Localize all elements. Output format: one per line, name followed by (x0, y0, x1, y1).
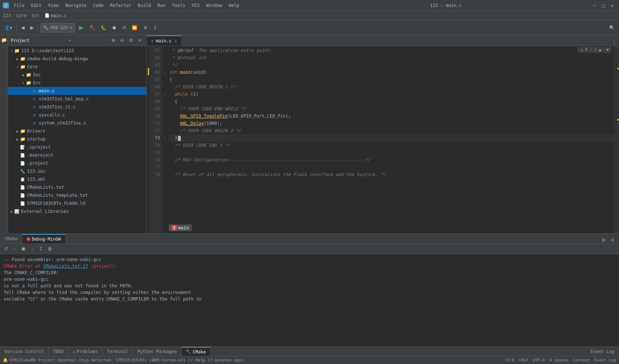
tree-item-extlibs[interactable]: ▶ 📊 External Libraries (8, 207, 146, 215)
output-up-btn[interactable]: ↑ (11, 245, 18, 253)
bottombar-tab-cmake[interactable]: 🔨 CMake (182, 347, 210, 356)
profile-button[interactable]: 👤▾ (2, 23, 14, 33)
minimize-button[interactable]: ─ (591, 3, 598, 8)
back-button[interactable]: ◀ (19, 23, 27, 33)
restart-button[interactable]: ↺ (120, 23, 128, 33)
fold-73[interactable]: ▾ (162, 134, 167, 142)
toolbar-btn-7[interactable]: ↧ (151, 23, 159, 33)
tree-item-project[interactable]: 📄 .project (8, 159, 146, 167)
output-down-btn[interactable]: ↓ (28, 245, 36, 253)
menu-vcs[interactable]: VCS (189, 2, 203, 9)
tree-item-inc[interactable]: ▶ 📁 Inc (8, 71, 146, 79)
tab-close-btn[interactable]: ✕ (175, 39, 177, 43)
toolbar-btn-5[interactable]: ⏩ (130, 23, 140, 33)
ta-d: ▶ (15, 129, 20, 133)
tree-item-cmake-build[interactable]: ▶ 📁 cmake-build-debug-mingw (8, 55, 146, 63)
editor-content[interactable]: 6162636465 6667686970 7172737475 767778 … (147, 46, 619, 233)
panel-collapse-btn[interactable]: ⊖ (119, 37, 126, 44)
menu-build[interactable]: Build (135, 2, 154, 9)
tree-item-system[interactable]: c system_stm32f1xx.c (8, 119, 146, 127)
breadcrumb-item-0[interactable]: 123 (3, 13, 11, 18)
status-crlf[interactable]: CRLF (519, 358, 528, 363)
build-button[interactable]: 🔨 (87, 23, 97, 33)
menu-code[interactable]: Code (90, 2, 107, 9)
fold-67[interactable]: ▾ (162, 91, 167, 98)
tree-item-stm32it[interactable]: c stm32f1xx_it.c (8, 103, 146, 111)
menu-navigate[interactable]: Navigate (62, 2, 89, 9)
breadcrumb-item-3[interactable]: main.c (51, 13, 66, 18)
menu-bar: File Edit View Navigate Code Refactor Bu… (11, 2, 301, 9)
panel-dropdown-icon[interactable]: ▾ (68, 38, 71, 43)
bottombar-tab-eventlog[interactable]: Event Log (586, 347, 619, 356)
menu-edit[interactable]: Edit (28, 2, 45, 9)
status-context[interactable]: Context (573, 358, 590, 363)
tree-item-startup[interactable]: ▶ 📁 startup (8, 135, 146, 143)
output-line-1: -- Found assembler: arm-none-eabi-gcc (4, 256, 615, 263)
bp-close-btn[interactable]: ✕ (609, 236, 616, 244)
close-button[interactable]: ✕ (609, 3, 616, 8)
menu-help[interactable]: Help (226, 2, 242, 9)
tree-item-ioc[interactable]: 🔧 123.ioc (8, 167, 146, 175)
panel-expand-btn[interactable]: ⊕ (110, 37, 117, 44)
bottom-tab-cmake[interactable]: CMake (0, 234, 22, 244)
menu-tools[interactable]: Tools (169, 2, 188, 9)
tree-item-flash-ld[interactable]: 📄 STM32F103C8Tx_FLASH.ld (8, 199, 146, 207)
tree-item-mxproject[interactable]: 📄 .mxproject (8, 151, 146, 159)
status-position[interactable]: 73:6 (505, 358, 515, 363)
output-stop-btn[interactable]: ⏹ (20, 245, 27, 253)
tree-item-mainc[interactable]: c main.c (8, 87, 146, 95)
panel-close-btn[interactable]: ✕ (136, 37, 144, 44)
editor-settings-btn[interactable]: ⋮ (610, 38, 618, 46)
output-wrap-btn[interactable]: ↧ (37, 245, 45, 253)
panel-settings-btn[interactable]: ⚙ (127, 37, 135, 44)
tree-item-core[interactable]: ▾ 📁 Core (8, 63, 146, 71)
tree-item-src[interactable]: ▾ 📁 Src (8, 79, 146, 87)
activity-project[interactable]: 📁 (1, 37, 7, 43)
code-scroll[interactable]: * @brief The application entry point. * … (167, 46, 614, 233)
menu-window[interactable]: Window (203, 2, 225, 9)
maximize-button[interactable]: □ (600, 3, 607, 8)
tree-item-cproject[interactable]: 📝 .cproject (8, 143, 146, 151)
bottom-tab-debug[interactable]: Debug-MinGW (22, 234, 65, 244)
menu-file[interactable]: File (11, 2, 27, 9)
output-error-link[interactable]: CMakeLists.txt:17 (43, 264, 88, 269)
activity-bookmarks[interactable] (1, 225, 7, 232)
bottombar-tab-problems[interactable]: ⚠ Problems (68, 347, 103, 356)
bottombar-tab-terminal[interactable]: Terminal (103, 347, 133, 356)
tab-label: main.c (156, 38, 172, 43)
rerun-btn[interactable]: ↺ (2, 245, 9, 253)
status-charset[interactable]: UTF-8 (533, 358, 545, 363)
debug-button[interactable]: 🐛 (99, 23, 108, 33)
bp-settings-btn[interactable]: ⚙ (600, 236, 607, 244)
scroll-down-btn[interactable]: ▼ (606, 47, 609, 52)
fold-64[interactable]: ▾ (162, 69, 167, 76)
status-indent[interactable]: 4 spaces (549, 358, 569, 363)
tree-item-xml[interactable]: 📋 123.xml (8, 175, 146, 183)
toolbar-btn-6[interactable]: ⏸ (141, 23, 150, 33)
tree-item-cmake-template[interactable]: 📄 CMakeLists_template.txt (8, 191, 146, 199)
forward-button[interactable]: ▶ (28, 23, 36, 33)
stop-button[interactable]: ⏹ (110, 23, 119, 33)
tree-item-syscalls[interactable]: c syscalls.c (8, 111, 146, 119)
search-button[interactable]: 🔍 (607, 23, 617, 33)
breadcrumb-item-2[interactable]: Src (32, 13, 40, 18)
status-event-log[interactable]: Event Log (594, 358, 616, 363)
scroll-up-btn[interactable]: ▲ (599, 47, 601, 52)
bottombar-tab-python[interactable]: Python Packages (133, 347, 182, 356)
menu-view[interactable]: View (45, 2, 62, 9)
bottombar-tab-todo[interactable]: TODO (49, 347, 68, 356)
output-clear-btn[interactable]: 🗑 (46, 245, 53, 253)
tree-item-root[interactable]: ▾ 📁 123 D:\code\test\123 (8, 47, 146, 55)
activity-structure[interactable] (1, 217, 7, 224)
menu-refactor[interactable]: Refactor (107, 2, 134, 9)
tree-item-drivers[interactable]: ▶ 📁 Drivers (8, 127, 146, 135)
editor-tab-mainc[interactable]: c main.c ✕ (147, 35, 182, 46)
bottombar-tab-vc[interactable]: Version Control (0, 347, 49, 356)
config-dropdown[interactable]: 🔧 OCD 123 ▾ (41, 23, 75, 32)
tree-item-cmakelists[interactable]: 📄 CMakeLists.txt (8, 183, 146, 191)
run-button[interactable]: ▶ (76, 23, 86, 32)
breadcrumb-item-1[interactable]: Core (16, 13, 27, 18)
bottom-panel-content[interactable]: -- Found assembler: arm-none-eabi-gcc CM… (0, 254, 619, 346)
menu-run[interactable]: Run (154, 2, 168, 9)
tree-item-stm32hal[interactable]: c stm32f1xx_hal_msp.c (8, 95, 146, 103)
